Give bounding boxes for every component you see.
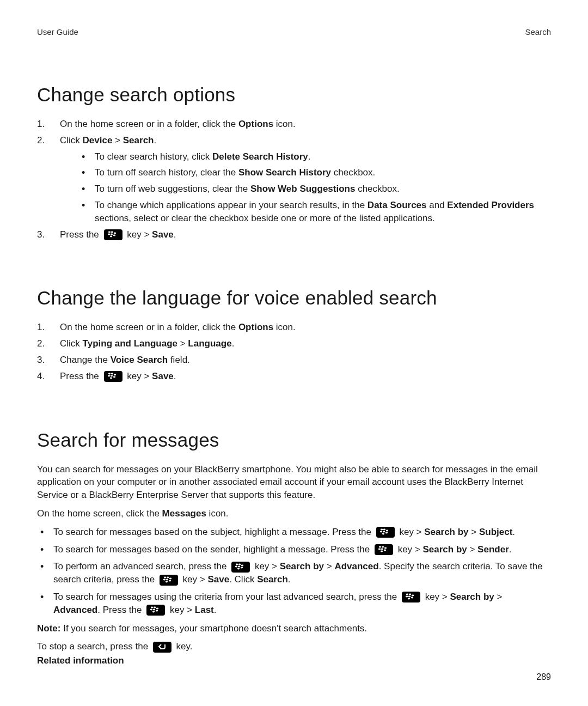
svg-point-19: [385, 532, 388, 534]
bold: Delete Search History: [212, 151, 308, 162]
svg-point-2: [107, 234, 109, 235]
svg-point-40: [169, 580, 171, 581]
bold: Related information: [37, 655, 124, 666]
svg-point-6: [109, 236, 112, 238]
svg-point-39: [169, 577, 171, 579]
bold: Search: [123, 135, 154, 145]
text: .: [512, 527, 515, 537]
svg-point-42: [406, 594, 408, 595]
bold: Options: [238, 322, 273, 332]
text: Click: [60, 135, 83, 145]
svg-point-33: [241, 567, 243, 568]
bullet-item: To search for messages using the criteri…: [37, 591, 551, 617]
text: . Click: [229, 574, 257, 585]
svg-point-50: [154, 607, 156, 608]
svg-point-32: [241, 564, 243, 566]
svg-point-35: [164, 576, 166, 578]
text: To search for messages based on the subj…: [53, 527, 374, 537]
steps-change-language: On the home screen or in a folder, click…: [37, 321, 551, 382]
text: .: [509, 544, 512, 555]
message-search-bullets: To search for messages based on the subj…: [37, 526, 551, 617]
svg-point-26: [384, 550, 386, 551]
svg-point-54: [156, 610, 158, 612]
svg-point-1: [111, 232, 113, 233]
bullet-item: To turn off web suggestions, clear the S…: [77, 182, 551, 196]
svg-point-16: [380, 531, 382, 533]
svg-point-22: [382, 546, 384, 548]
back-key-icon: [153, 642, 171, 653]
text: key >: [395, 544, 423, 555]
bullet-item: To search for messages based on the send…: [37, 543, 551, 556]
text: To turn off web suggestions, clear the: [95, 184, 250, 194]
step-4: Press the key > Save.: [37, 370, 551, 383]
text: checkbox.: [355, 184, 399, 194]
bold: Note:: [37, 623, 60, 634]
bold: Subject: [479, 527, 512, 537]
text: field.: [168, 355, 190, 365]
text: On the home screen or in a folder, click…: [60, 322, 238, 332]
stop-paragraph: To stop a search, press the key.: [37, 640, 551, 653]
text: .: [154, 135, 156, 145]
svg-point-23: [378, 549, 381, 550]
svg-point-51: [150, 609, 152, 611]
page-number: 289: [536, 671, 551, 683]
bullet-item: To clear search history, click Delete Se…: [77, 150, 551, 163]
text: key >: [397, 527, 425, 537]
text: To perform an advanced search, press the: [53, 561, 229, 571]
svg-point-29: [238, 563, 241, 565]
blackberry-key-icon: [146, 605, 165, 616]
bold: Save: [152, 371, 174, 381]
text: . Press the: [97, 605, 144, 615]
svg-point-7: [108, 373, 110, 375]
text: key >: [125, 229, 152, 240]
svg-point-21: [379, 546, 381, 548]
text: Press the: [60, 371, 102, 381]
text: key >: [180, 574, 208, 585]
bold: Search: [257, 574, 288, 585]
svg-point-25: [384, 547, 387, 549]
blackberry-key-icon: [160, 575, 178, 586]
text: Click: [60, 338, 83, 349]
svg-point-37: [163, 579, 166, 580]
bold: Advanced: [53, 605, 97, 615]
step-1: On the home screen or in a folder, click…: [37, 118, 551, 131]
bold: Show Web Suggestions: [250, 184, 355, 194]
blackberry-key-icon: [402, 592, 420, 602]
svg-point-41: [166, 581, 168, 582]
step-1: On the home screen or in a folder, click…: [37, 321, 551, 334]
text: checkbox.: [331, 167, 375, 178]
heading-search-messages: Search for messages: [37, 427, 551, 453]
svg-point-38: [166, 579, 168, 580]
blackberry-key-icon: [231, 562, 250, 573]
text: >: [324, 561, 334, 571]
text: Press the: [60, 229, 102, 240]
text: >: [112, 135, 122, 145]
bold: Show Search History: [238, 167, 331, 178]
bold: Search by: [424, 527, 468, 537]
bullet-item: To perform an advanced search, press the…: [37, 560, 551, 586]
bold: Options: [238, 119, 273, 129]
svg-point-44: [406, 596, 408, 598]
text: key >: [252, 561, 280, 571]
related-info: Related information: [37, 654, 551, 667]
text: To search for messages based on the send…: [53, 544, 372, 555]
svg-point-9: [107, 375, 109, 377]
header-right: Search: [525, 26, 551, 38]
text: On the home screen, click the: [37, 508, 162, 519]
text: icon.: [206, 508, 229, 519]
svg-point-0: [108, 232, 110, 233]
header-left: User Guide: [37, 26, 78, 38]
text: key >: [125, 371, 152, 381]
svg-point-14: [381, 529, 383, 531]
svg-point-5: [113, 235, 115, 236]
text: key.: [174, 641, 193, 652]
step-2: Click Device > Search. To clear search h…: [37, 134, 551, 225]
page-header: User Guide Search: [37, 26, 551, 38]
bold: Search by: [422, 544, 467, 555]
bold: Voice Search: [111, 355, 168, 365]
svg-point-11: [113, 374, 115, 376]
svg-point-47: [411, 597, 413, 599]
svg-point-49: [151, 607, 153, 608]
svg-point-12: [113, 376, 115, 378]
step-3: Change the Voice Search field.: [37, 354, 551, 367]
